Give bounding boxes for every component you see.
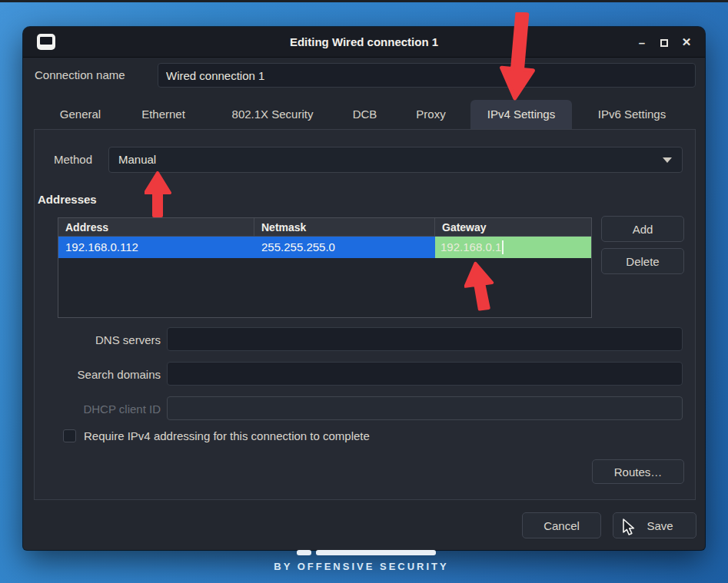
close-icon[interactable]: ✕ (680, 35, 693, 49)
method-label: Method (38, 153, 92, 166)
text-caret (502, 240, 504, 254)
offensive-security-branding: BY OFFENSIVE SECURITY (254, 561, 469, 572)
column-header-gateway[interactable]: Gateway (435, 218, 591, 236)
gateway-edit-value: 192.168.0.1 (440, 237, 501, 258)
require-ipv4-label: Require IPv4 addressing for this connect… (84, 429, 370, 442)
method-dropdown[interactable]: Manual (108, 147, 683, 173)
window-title: Editing Wired connection 1 (23, 27, 705, 58)
red-arrow-method (145, 171, 172, 220)
table-header-row: Address Netmask Gateway (58, 218, 591, 237)
kali-logo-fragment (297, 550, 311, 555)
addresses-label: Addresses (38, 193, 97, 206)
method-value: Manual (118, 153, 156, 166)
column-header-netmask[interactable]: Netmask (254, 218, 435, 236)
dns-servers-label: DNS servers (38, 333, 161, 346)
routes-button[interactable]: Routes… (592, 459, 684, 484)
dhcp-client-id-input[interactable] (167, 396, 683, 420)
addresses-table[interactable]: Address Netmask Gateway 192.168.0.112 25… (58, 217, 592, 318)
tab-ethernet[interactable]: Ethernet (128, 100, 198, 129)
connection-name-label: Connection name (35, 68, 125, 81)
chevron-down-icon (663, 157, 672, 163)
maximize-icon[interactable] (658, 36, 670, 49)
kali-logo-fragment (316, 550, 436, 555)
tab-proxy[interactable]: Proxy (405, 100, 457, 129)
gateway-cell-editing[interactable]: 192.168.0.1 (435, 237, 591, 258)
window-controls: – ✕ (636, 27, 693, 58)
red-arrow-ipv4-tab (497, 12, 541, 104)
require-ipv4-checkbox[interactable] (63, 429, 76, 442)
tab-ipv6-settings[interactable]: IPv6 Settings (586, 100, 678, 129)
search-domains-label: Search domains (38, 368, 161, 381)
desktop: Editing Wired connection 1 – ✕ Connectio… (0, 0, 728, 583)
nm-connection-editor-window: Editing Wired connection 1 – ✕ Connectio… (23, 27, 705, 550)
delete-button[interactable]: Delete (601, 248, 684, 274)
connection-name-input[interactable] (158, 63, 696, 88)
tab-dcb[interactable]: DCB (342, 100, 387, 129)
tab-general[interactable]: General (47, 100, 114, 129)
table-row[interactable]: 192.168.0.112 255.255.255.0 192.168.0.1 (58, 237, 591, 258)
mouse-cursor (622, 518, 637, 537)
red-arrow-gateway (464, 261, 500, 316)
netmask-cell[interactable]: 255.255.255.0 (254, 237, 435, 258)
address-cell[interactable]: 192.168.0.112 (58, 237, 254, 258)
cancel-button[interactable]: Cancel (522, 512, 601, 538)
dhcp-client-id-label: DHCP client ID (38, 402, 161, 416)
column-header-address[interactable]: Address (58, 218, 254, 236)
dns-servers-input[interactable] (167, 327, 683, 351)
titlebar[interactable]: Editing Wired connection 1 – ✕ (23, 27, 705, 58)
tab-8021x-security[interactable]: 802.1X Security (215, 100, 330, 129)
screen-top-edge (0, 0, 728, 2)
add-button[interactable]: Add (601, 216, 684, 242)
search-domains-input[interactable] (167, 362, 683, 386)
minimize-icon[interactable]: – (636, 36, 648, 49)
